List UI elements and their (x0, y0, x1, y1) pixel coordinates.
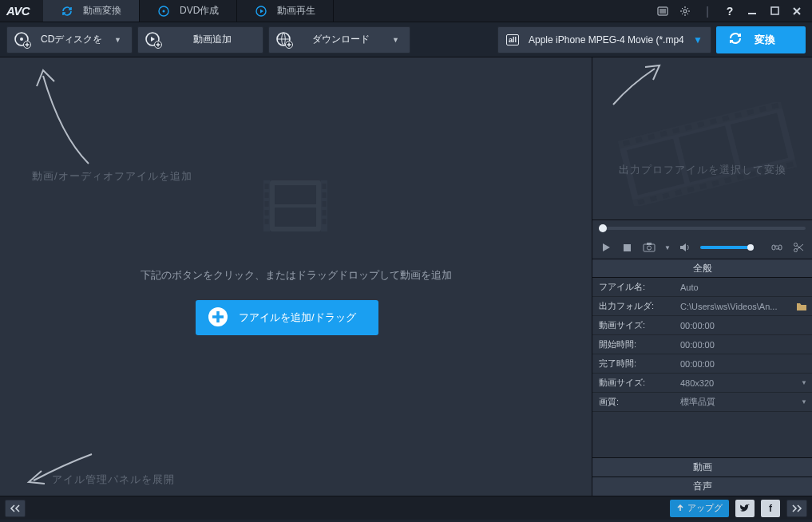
svg-rect-18 (265, 201, 269, 207)
tab-label: 動画変換 (83, 4, 121, 18)
button-label: フアイルを追加/ドラッグ (239, 310, 356, 325)
tab-label: DVD作成 (180, 4, 219, 18)
section-audio-header[interactable]: 音声 (592, 477, 812, 496)
facebook-icon[interactable]: f (761, 500, 780, 517)
add-disc-button[interactable]: CDディスクを追加 ▼ (6, 26, 133, 53)
expand-left-button[interactable] (5, 500, 26, 517)
chevron-down-icon: ▼ (801, 398, 807, 405)
volume-thumb[interactable] (747, 244, 754, 251)
prop-duration: 動画サイズ:00:00:00 (592, 316, 812, 335)
folder-icon[interactable] (796, 302, 807, 311)
help-icon[interactable]: ? (723, 4, 737, 18)
hint-expand-panel: アイル管理パネルを展開 (52, 473, 175, 487)
app-logo: AVC (0, 0, 43, 22)
svg-rect-20 (265, 219, 269, 224)
seek-bar[interactable] (592, 220, 812, 236)
hint-add-file: 動画/オーディオフアイルを追加 (32, 169, 192, 184)
volume-icon[interactable] (679, 240, 692, 255)
svg-rect-17 (265, 192, 269, 198)
disc-plus-icon (14, 31, 31, 49)
file-drop-area[interactable]: 動画/オーディオフアイルを追加 下記のボタンをクリック、またはドラッグドロップし… (0, 57, 592, 496)
play-circle-icon (255, 5, 267, 18)
svg-rect-23 (323, 201, 327, 207)
scissors-icon[interactable] (792, 240, 806, 255)
main-area: 動画/オーディオフアイルを追加 下記のボタンをクリック、またはドラッグドロップし… (0, 57, 812, 496)
svg-rect-19 (265, 210, 269, 216)
prop-video-size: 動画サイズ:480x320▼ (592, 374, 812, 393)
prop-output-folder: 出力フォルダ:C:\Users\ws\Videos\An... (592, 297, 812, 316)
tab-dvd[interactable]: DVD作成 (140, 0, 237, 22)
list-icon[interactable] (656, 4, 670, 18)
output-profile-select[interactable]: all Apple iPhone MPEG-4 Movie (*.mp4) ▼ (497, 26, 711, 53)
disc-icon (157, 5, 170, 18)
chevron-down-icon: ▼ (392, 36, 400, 44)
svg-rect-5 (771, 7, 778, 14)
section-video-header[interactable]: 動画 (592, 457, 812, 477)
svg-rect-25 (323, 219, 327, 224)
svg-point-7 (20, 38, 23, 41)
hint-arrow-icon (29, 64, 101, 168)
link-icon[interactable] (770, 240, 783, 255)
snapshot-icon[interactable] (643, 240, 656, 255)
svg-rect-62 (644, 244, 655, 251)
drop-hint-text: 下記のボタンをクリック、またはドラッグドロップして動画を追加 (0, 268, 592, 283)
button-label: アップグ (687, 502, 723, 514)
tab-play[interactable]: 動画再生 (237, 0, 334, 22)
close-icon[interactable] (790, 4, 804, 18)
film-reel-icon (608, 102, 807, 206)
hint-arrow-icon (607, 61, 671, 109)
tab-convert[interactable]: 動画変換 (43, 0, 140, 22)
player-controls: ▼ (592, 236, 812, 259)
add-video-button[interactable]: 動画追加 (137, 26, 263, 53)
svg-rect-16 (265, 184, 269, 189)
seek-track[interactable] (599, 227, 806, 230)
globe-plus-icon (275, 31, 293, 49)
button-label: 動画追加 (172, 33, 253, 46)
plus-circle-icon (207, 306, 229, 330)
up-arrow-icon (676, 504, 684, 513)
statusbar: アップグ f (0, 496, 812, 520)
seek-thumb[interactable] (599, 224, 607, 232)
svg-rect-21 (323, 184, 327, 189)
window-controls: | ? (648, 0, 812, 22)
right-panel: 出力プロフアイルを選択して変換 ▼ (592, 57, 812, 496)
svg-rect-27 (275, 208, 316, 227)
profile-group-icon: all (506, 34, 519, 45)
svg-point-4 (683, 10, 687, 13)
button-label: 変換 (755, 33, 775, 47)
add-file-button[interactable]: フアイルを追加/ドラッグ (196, 300, 378, 335)
volume-slider[interactable] (700, 246, 754, 249)
prop-quality: 画質:標準品質▼ (592, 393, 812, 412)
gear-icon[interactable] (678, 4, 692, 18)
svg-point-1 (163, 10, 165, 12)
prop-filename: フアイル名:Auto (592, 278, 812, 297)
refresh-icon (727, 30, 743, 49)
minimize-icon[interactable] (745, 4, 759, 18)
play-icon[interactable] (599, 240, 612, 255)
expand-right-button[interactable] (786, 500, 807, 517)
titlebar: AVC 動画変換 DVD作成 動画再生 | ? (0, 0, 812, 22)
svg-rect-64 (647, 243, 652, 245)
tab-label: 動画再生 (277, 4, 315, 18)
stop-icon[interactable] (620, 240, 634, 255)
upgrade-button[interactable]: アップグ (670, 500, 729, 517)
svg-point-63 (648, 246, 652, 250)
convert-button[interactable]: 変換 (716, 26, 806, 53)
svg-rect-26 (275, 185, 316, 204)
preview-area: 出力プロフアイルを選択して変換 (592, 57, 812, 220)
prop-end-time: 完了時間:00:00:00 (592, 354, 812, 374)
film-plus-icon (145, 31, 162, 49)
svg-rect-22 (323, 192, 327, 198)
download-button[interactable]: ダウンロード ▼ (268, 26, 410, 53)
svg-rect-24 (323, 210, 327, 216)
chevron-down-icon: ▼ (801, 379, 807, 386)
chevron-down-icon: ▼ (693, 34, 703, 45)
maximize-icon[interactable] (767, 4, 782, 18)
chevron-down-icon: ▼ (114, 36, 122, 44)
toolbar: CDディスクを追加 ▼ 動画追加 ダウンロード ▼ all Apple iPho… (0, 22, 812, 57)
button-label: CDディスクを追加 (41, 33, 101, 46)
prop-start-time: 開始時間:00:00:00 (592, 335, 812, 354)
button-label: ダウンロード (303, 33, 379, 46)
twitter-icon[interactable] (735, 500, 755, 517)
svg-rect-61 (624, 244, 631, 251)
